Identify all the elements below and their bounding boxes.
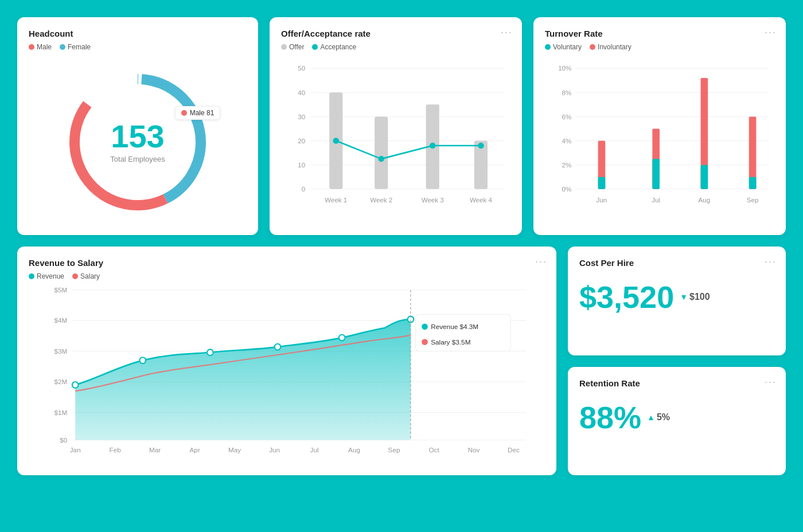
svg-text:$5M: $5M	[54, 286, 67, 294]
svg-text:6%: 6%	[562, 114, 572, 120]
turnover-card: Turnover Rate ··· Voluntary Involuntary …	[533, 17, 786, 235]
donut-container: 153 Total Employees Male 81	[29, 60, 247, 224]
svg-point-68	[339, 335, 345, 341]
revenue-legend-dot	[29, 273, 34, 279]
donut-center: 153 Total Employees	[110, 120, 165, 163]
total-employees-label: Total Employees	[110, 155, 165, 163]
tooltip-text: Male 81	[190, 109, 215, 117]
svg-text:$4M: $4M	[54, 316, 67, 324]
retention-rate-value: 88%	[579, 400, 641, 435]
cost-per-hire-value: $3,520	[579, 279, 674, 315]
male-legend-label: Male	[37, 43, 52, 51]
male-legend-item: Male	[29, 43, 52, 51]
svg-text:40: 40	[298, 89, 305, 96]
offer-legend-item: Offer	[281, 43, 304, 51]
revenue-legend-item: Revenue	[29, 272, 64, 280]
cost-per-hire-metric: $3,520 ▼ $100	[579, 279, 774, 315]
svg-text:Feb: Feb	[110, 446, 122, 453]
acceptance-legend-label: Acceptance	[320, 43, 356, 51]
retention-rate-menu[interactable]: ···	[765, 376, 777, 388]
svg-text:$0: $0	[60, 436, 68, 444]
svg-point-66	[207, 349, 213, 355]
right-column: Cost Per Hire ··· $3,520 ▼ $100 Retentio…	[568, 247, 786, 475]
svg-text:Jan: Jan	[70, 446, 81, 453]
revenue-salary-legend: Revenue Salary	[29, 272, 545, 280]
voluntary-legend-dot	[545, 44, 551, 50]
retention-rate-card: Retention Rate ··· 88% ▲ 5%	[568, 367, 786, 476]
svg-text:Sep: Sep	[388, 446, 400, 453]
svg-text:May: May	[228, 446, 241, 453]
svg-text:Mar: Mar	[149, 446, 161, 453]
svg-rect-47	[749, 177, 757, 189]
svg-text:Sep: Sep	[747, 197, 759, 204]
svg-point-67	[275, 344, 281, 350]
svg-text:Nov: Nov	[468, 446, 480, 453]
offer-acceptance-title: Offer/Acceptance rate	[281, 29, 510, 38]
revenue-salary-card: Revenue to Salary ··· Revenue Salary	[17, 247, 556, 475]
svg-text:Jul: Jul	[310, 446, 319, 453]
total-employees-number: 153	[110, 120, 165, 152]
voluntary-legend-item: Voluntary	[545, 43, 582, 51]
svg-point-64	[72, 382, 79, 388]
cost-per-hire-change-value: $100	[689, 292, 710, 302]
turnover-title: Turnover Rate	[545, 29, 774, 38]
headcount-title: Headcount	[29, 29, 247, 38]
svg-text:30: 30	[298, 114, 305, 120]
voluntary-legend-label: Voluntary	[553, 43, 582, 51]
svg-text:Week 1: Week 1	[325, 197, 347, 204]
revenue-salary-menu[interactable]: ···	[535, 256, 547, 268]
male-tooltip: Male 81	[175, 106, 221, 120]
retention-rate-metric: 88% ▲ 5%	[579, 400, 774, 435]
cost-per-hire-menu[interactable]: ···	[765, 256, 777, 268]
turnover-legend: Voluntary Involuntary	[545, 43, 774, 51]
offer-legend-dot	[281, 44, 287, 50]
svg-text:$1M: $1M	[54, 409, 67, 416]
svg-text:Aug: Aug	[348, 446, 360, 453]
svg-text:Apr: Apr	[190, 446, 200, 453]
svg-text:Week 3: Week 3	[422, 197, 444, 204]
svg-text:0%: 0%	[562, 186, 572, 193]
turnover-chart: 10% 8% 6% 4% 2% 0% Jun Jul Aug Sep	[545, 54, 774, 215]
retention-rate-arrow: ▲	[647, 413, 655, 422]
svg-text:Jul: Jul	[652, 197, 660, 204]
involuntary-legend-dot	[590, 44, 595, 50]
svg-text:Jun: Jun	[269, 446, 280, 453]
revenue-salary-chart: $5M $4M $3M $2M $1M $0	[29, 284, 545, 461]
involuntary-legend-item: Involuntary	[590, 43, 632, 51]
turnover-menu[interactable]: ···	[765, 26, 777, 38]
cost-per-hire-title: Cost Per Hire	[579, 258, 774, 268]
svg-text:Jun: Jun	[597, 197, 607, 204]
svg-text:20: 20	[298, 138, 305, 144]
revenue-legend-label: Revenue	[37, 272, 64, 280]
retention-rate-change-value: 5%	[657, 412, 670, 423]
svg-rect-43	[652, 159, 660, 189]
svg-point-65	[139, 357, 146, 363]
svg-text:Aug: Aug	[699, 197, 711, 204]
svg-rect-41	[598, 177, 606, 189]
revenue-salary-title: Revenue to Salary	[29, 258, 545, 268]
svg-text:0: 0	[302, 186, 305, 193]
svg-rect-45	[701, 165, 708, 189]
cost-per-hire-arrow: ▼	[680, 292, 688, 302]
cost-per-hire-change: ▼ $100	[680, 292, 710, 302]
svg-text:Dec: Dec	[508, 446, 520, 453]
svg-rect-71	[415, 314, 510, 351]
involuntary-legend-label: Involuntary	[598, 43, 632, 51]
headcount-card: Headcount Male Female 153	[17, 17, 258, 235]
female-legend-label: Female	[68, 43, 91, 51]
svg-text:Salary    $3.5M: Salary $3.5M	[431, 338, 470, 346]
offer-acceptance-menu[interactable]: ···	[501, 26, 513, 38]
tooltip-dot	[181, 110, 187, 116]
offer-legend-label: Offer	[289, 43, 304, 51]
salary-legend-item: Salary	[72, 272, 100, 280]
svg-text:4%: 4%	[562, 138, 572, 144]
svg-point-74	[422, 339, 428, 345]
svg-text:Week 4: Week 4	[470, 197, 493, 204]
svg-text:$3M: $3M	[54, 347, 67, 355]
svg-text:$2M: $2M	[54, 378, 67, 385]
svg-point-22	[430, 143, 436, 149]
svg-text:50: 50	[298, 65, 305, 72]
svg-point-23	[478, 143, 484, 149]
retention-rate-change: ▲ 5%	[647, 412, 670, 423]
offer-acceptance-card: Offer/Acceptance rate ··· Offer Acceptan…	[270, 17, 522, 235]
